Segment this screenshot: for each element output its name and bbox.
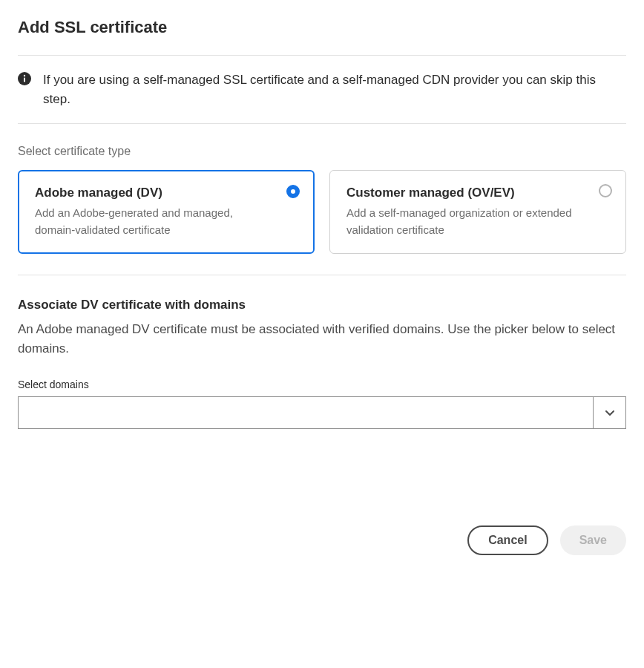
associate-section: Associate DV certificate with domains An… — [18, 298, 626, 429]
option-title: Customer managed (OV/EV) — [346, 186, 584, 200]
svg-point-2 — [24, 75, 25, 76]
associate-title: Associate DV certificate with domains — [18, 298, 626, 312]
save-button[interactable]: Save — [560, 525, 626, 555]
domains-input[interactable] — [19, 397, 593, 428]
associate-desc: An Adobe managed DV certificate must be … — [18, 320, 626, 358]
option-customer-managed[interactable]: Customer managed (OV/EV) Add a self-mana… — [329, 170, 626, 254]
chevron-down-icon — [605, 406, 614, 419]
domains-combobox[interactable] — [18, 396, 626, 429]
domains-label: Select domains — [18, 379, 626, 390]
radio-indicator — [286, 185, 300, 198]
cancel-button[interactable]: Cancel — [467, 525, 548, 555]
info-banner: If you are using a self-managed SSL cert… — [18, 56, 626, 123]
option-adobe-managed[interactable]: Adobe managed (DV) Add an Adobe-generate… — [18, 170, 315, 254]
info-text: If you are using a self-managed SSL cert… — [43, 71, 626, 108]
option-desc: Add a self-managed organization or exten… — [346, 205, 584, 238]
domains-dropdown-button[interactable] — [593, 397, 625, 428]
cert-type-label: Select certificate type — [18, 145, 626, 158]
option-desc: Add an Adobe-generated and managed, doma… — [35, 205, 272, 238]
divider — [18, 123, 626, 124]
divider — [18, 275, 626, 275]
option-title: Adobe managed (DV) — [35, 186, 272, 200]
radio-indicator — [599, 184, 612, 197]
info-icon — [18, 72, 31, 85]
svg-rect-1 — [24, 78, 25, 82]
cert-type-options: Adobe managed (DV) Add an Adobe-generate… — [18, 170, 626, 254]
dialog-title: Add SSL certificate — [18, 18, 626, 37]
dialog-footer: Cancel Save — [18, 525, 626, 555]
